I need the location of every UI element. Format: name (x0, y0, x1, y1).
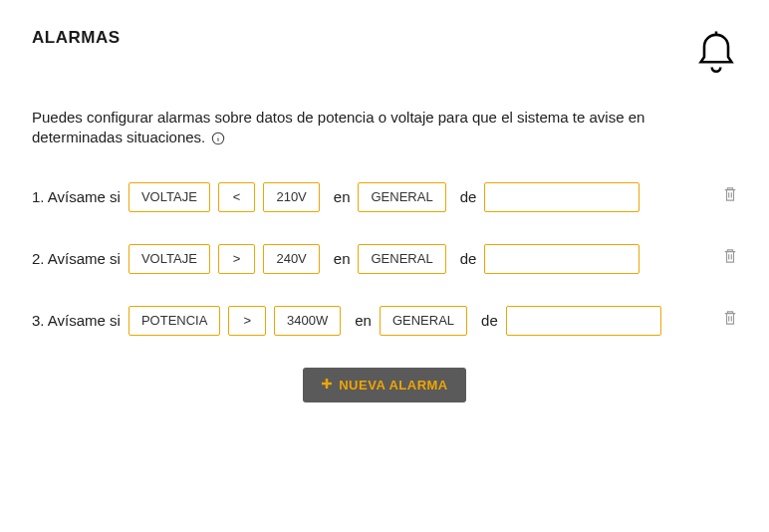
scope-select[interactable]: GENERAL (358, 182, 445, 212)
extra-input[interactable] (484, 244, 640, 274)
page-title: ALARMAS (32, 28, 121, 48)
metric-select[interactable]: POTENCIA (128, 306, 220, 336)
alarm-row: 2. Avísame si VOLTAJE > 240V en GENERAL … (32, 244, 737, 274)
trash-icon[interactable] (723, 310, 737, 330)
connector-en: en (334, 250, 351, 267)
info-icon[interactable] (211, 132, 225, 145)
connector-en: en (334, 188, 351, 205)
connector-de: de (460, 250, 477, 267)
alarm-index: 2. Avísame si (32, 250, 121, 267)
connector-de: de (481, 312, 498, 329)
scope-select[interactable]: GENERAL (380, 306, 467, 336)
new-alarm-button[interactable]: NUEVA ALARMA (303, 368, 466, 402)
alarm-row: 1. Avísame si VOLTAJE < 210V en GENERAL … (32, 182, 737, 212)
threshold-input[interactable]: 3400W (274, 306, 341, 336)
alarm-index: 1. Avísame si (32, 188, 121, 205)
threshold-input[interactable]: 210V (263, 182, 319, 212)
trash-icon[interactable] (723, 186, 737, 206)
extra-input[interactable] (484, 182, 640, 212)
threshold-input[interactable]: 240V (263, 244, 319, 274)
description-text: Puedes configurar alarmas sobre datos de… (32, 108, 649, 148)
new-alarm-label: NUEVA ALARMA (339, 378, 448, 393)
operator-select[interactable]: > (218, 244, 256, 274)
extra-input[interactable] (506, 306, 661, 336)
metric-select[interactable]: VOLTAJE (128, 244, 210, 274)
bell-icon (695, 28, 737, 80)
connector-de: de (460, 188, 477, 205)
scope-select[interactable]: GENERAL (358, 244, 445, 274)
trash-icon[interactable] (723, 248, 737, 268)
connector-en: en (355, 312, 372, 329)
metric-select[interactable]: VOLTAJE (128, 182, 210, 212)
plus-icon (321, 378, 333, 393)
alarm-row: 3. Avísame si POTENCIA > 3400W en GENERA… (32, 306, 737, 336)
operator-select[interactable]: < (218, 182, 256, 212)
operator-select[interactable]: > (228, 306, 266, 336)
alarm-index: 3. Avísame si (32, 312, 121, 329)
